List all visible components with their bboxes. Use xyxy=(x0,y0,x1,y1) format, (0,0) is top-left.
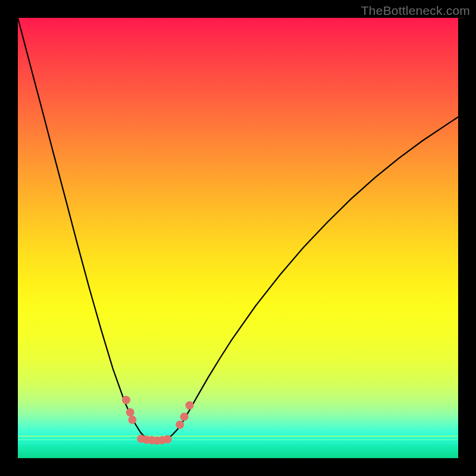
curve-marker xyxy=(128,416,136,424)
curve-marker xyxy=(176,421,184,429)
chart-frame: TheBottleneck.com xyxy=(0,0,476,476)
curve-marker xyxy=(126,408,134,416)
marker-group xyxy=(122,396,194,444)
plot-area xyxy=(18,18,458,458)
curve-marker xyxy=(186,401,194,409)
watermark-text: TheBottleneck.com xyxy=(361,4,470,18)
curve-svg xyxy=(18,18,458,458)
bottleneck-curve xyxy=(18,18,458,442)
curve-marker xyxy=(164,435,172,443)
curve-marker xyxy=(122,396,130,404)
curve-marker xyxy=(180,412,189,421)
